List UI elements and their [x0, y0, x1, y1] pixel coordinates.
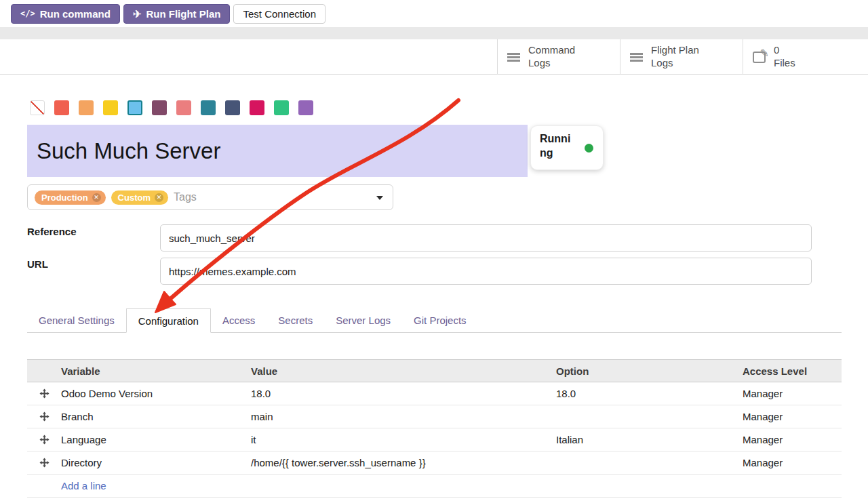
- pencil-icon: ✎: [760, 47, 769, 60]
- status-badge[interactable]: Running: [530, 125, 604, 170]
- edit-icon: ✎: [753, 52, 766, 63]
- drag-handle-icon[interactable]: [27, 388, 61, 399]
- url-input[interactable]: [160, 258, 812, 285]
- variables-table: Variable Value Option Access Level Odoo …: [27, 359, 842, 498]
- color-swatch[interactable]: [152, 100, 167, 115]
- cell-option[interactable]: Italian: [556, 434, 743, 445]
- plane-icon: ✈: [133, 9, 142, 19]
- table-header: Variable Value Option Access Level: [27, 359, 842, 382]
- tab-git-projects[interactable]: Git Projects: [402, 308, 478, 332]
- cell-variable[interactable]: Language: [61, 434, 251, 445]
- command-logs-line1: Command: [528, 44, 575, 57]
- cell-access[interactable]: Manager: [743, 411, 842, 422]
- separator-band: [0, 27, 868, 39]
- reference-input[interactable]: [160, 224, 812, 252]
- color-swatch[interactable]: [103, 100, 118, 115]
- cell-variable[interactable]: Directory: [61, 457, 251, 468]
- test-connection-label: Test Connection: [243, 8, 316, 20]
- cell-access[interactable]: Manager: [743, 434, 842, 445]
- color-swatch-none[interactable]: [30, 100, 45, 115]
- code-icon: </>: [20, 9, 35, 18]
- cell-option[interactable]: 18.0: [556, 388, 743, 399]
- record-header: Command Logs Flight Plan Logs ✎ 0 Files: [0, 39, 868, 75]
- flight-plan-logs-button[interactable]: Flight Plan Logs: [620, 39, 743, 75]
- color-picker: [30, 100, 313, 115]
- list-icon: [630, 53, 643, 62]
- chevron-down-icon[interactable]: [376, 196, 383, 200]
- url-label: URL: [27, 258, 48, 270]
- col-access-level: Access Level: [743, 365, 842, 377]
- color-swatch[interactable]: [250, 100, 264, 115]
- notebook-tabs: General Settings Configuration Access Se…: [27, 308, 842, 333]
- files-label: Files: [774, 57, 795, 70]
- status-label: Running: [540, 132, 574, 161]
- flight-plan-logs-line2: Logs: [651, 57, 699, 70]
- color-swatch[interactable]: [201, 100, 216, 115]
- files-button[interactable]: ✎ 0 Files: [743, 39, 868, 75]
- server-form-page: </> Run command ✈ Run Flight Plan Test C…: [0, 0, 868, 503]
- tab-access[interactable]: Access: [211, 308, 267, 332]
- tag-production[interactable]: Production ✕: [35, 190, 106, 205]
- run-command-label: Run command: [40, 8, 111, 20]
- tab-general-settings[interactable]: General Settings: [27, 308, 126, 332]
- server-name-field[interactable]: Such Much Server: [27, 125, 528, 177]
- remove-tag-icon[interactable]: ✕: [92, 193, 101, 202]
- color-swatch-selected[interactable]: [127, 100, 142, 115]
- test-connection-button[interactable]: Test Connection: [233, 4, 326, 24]
- col-value: Value: [251, 365, 556, 377]
- col-variable: Variable: [61, 365, 251, 377]
- drag-handle-icon[interactable]: [27, 435, 61, 445]
- color-swatch[interactable]: [225, 100, 240, 115]
- color-swatch[interactable]: [298, 100, 313, 115]
- tab-secrets[interactable]: Secrets: [267, 308, 324, 332]
- table-row[interactable]: Language it Italian Manager: [27, 428, 842, 451]
- run-command-button[interactable]: </> Run command: [11, 4, 120, 24]
- tab-configuration[interactable]: Configuration: [126, 308, 211, 333]
- reference-label: Reference: [27, 226, 77, 237]
- run-flight-plan-label: Run Flight Plan: [146, 8, 220, 20]
- server-name-value: Such Much Server: [37, 138, 220, 164]
- action-toolbar: </> Run command ✈ Run Flight Plan Test C…: [0, 0, 868, 27]
- cell-value[interactable]: 18.0: [251, 388, 556, 399]
- cell-value[interactable]: main: [251, 411, 556, 422]
- tab-server-logs[interactable]: Server Logs: [324, 308, 402, 332]
- tags-placeholder: Tags: [174, 191, 197, 203]
- smart-buttons: Command Logs Flight Plan Logs ✎ 0 Files: [497, 39, 868, 75]
- color-swatch[interactable]: [274, 100, 289, 115]
- flight-plan-logs-line1: Flight Plan: [651, 44, 699, 57]
- command-logs-line2: Logs: [528, 57, 575, 70]
- tags-field[interactable]: Production ✕ Custom ✕ Tags: [27, 184, 393, 210]
- tag-production-label: Production: [41, 193, 88, 203]
- cell-variable[interactable]: Branch: [61, 411, 251, 422]
- drag-handle-icon[interactable]: [27, 458, 61, 468]
- add-a-line-link[interactable]: Add a line: [61, 480, 106, 491]
- cell-variable[interactable]: Odoo Demo Version: [61, 388, 251, 399]
- color-swatch[interactable]: [176, 100, 191, 115]
- tag-custom[interactable]: Custom ✕: [111, 190, 168, 205]
- list-icon: [507, 53, 520, 62]
- cell-access[interactable]: Manager: [743, 388, 842, 399]
- tag-custom-label: Custom: [118, 193, 151, 203]
- table-row[interactable]: Odoo Demo Version 18.0 18.0 Manager: [27, 382, 842, 405]
- command-logs-button[interactable]: Command Logs: [497, 39, 620, 75]
- cell-value[interactable]: /home/{{ tower.server.ssh_username }}: [251, 457, 556, 468]
- color-swatch[interactable]: [79, 100, 94, 115]
- cell-access[interactable]: Manager: [743, 457, 842, 468]
- add-line-row: Add a line: [27, 475, 842, 498]
- col-option: Option: [556, 365, 743, 377]
- table-row[interactable]: Branch main Manager: [27, 405, 842, 428]
- run-flight-plan-button[interactable]: ✈ Run Flight Plan: [123, 4, 231, 24]
- color-swatch[interactable]: [54, 100, 69, 115]
- status-dot-icon: [585, 144, 593, 153]
- cell-value[interactable]: it: [251, 434, 556, 445]
- drag-handle-icon[interactable]: [27, 411, 61, 422]
- table-row[interactable]: Directory /home/{{ tower.server.ssh_user…: [27, 451, 842, 475]
- remove-tag-icon[interactable]: ✕: [155, 193, 163, 202]
- files-count: 0: [774, 44, 795, 57]
